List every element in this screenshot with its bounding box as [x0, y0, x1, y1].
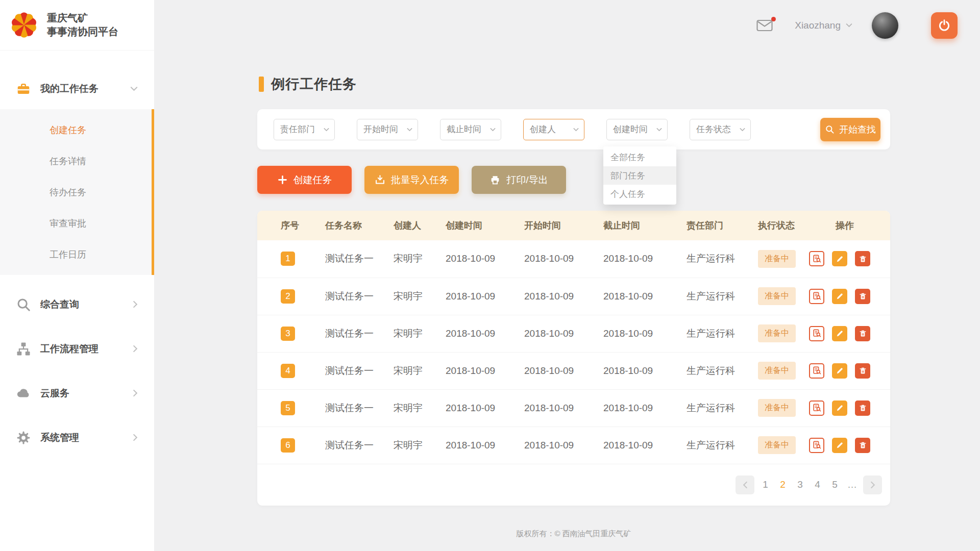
delete-button[interactable] [855, 363, 870, 379]
cell-create-time: 2018-10-09 [446, 278, 524, 315]
status-badge: 准备中 [758, 399, 796, 417]
filter-task-status-select[interactable]: 任务状态 [690, 119, 751, 140]
chevron-down-icon [656, 128, 662, 132]
workflow-icon [15, 341, 32, 357]
chevron-right-icon [870, 481, 875, 489]
cell-create-time: 2018-10-09 [446, 240, 524, 278]
cell-dept: 生产运行科 [687, 278, 758, 315]
status-badge: 准备中 [758, 436, 796, 454]
filter-responsible-dept-select[interactable]: 责任部门 [274, 119, 335, 140]
view-detail-button[interactable] [809, 400, 824, 416]
view-detail-button[interactable] [809, 251, 824, 266]
search-button[interactable]: 开始查找 [820, 118, 880, 141]
brand-title: 重庆气矿 事事清协同平台 [47, 11, 118, 39]
status-badge: 准备中 [758, 362, 796, 380]
filter-label: 开始时间 [363, 123, 398, 135]
sidebar-subitem-work-calendar[interactable]: 工作日历 [0, 239, 152, 270]
row-number-badge: 6 [281, 438, 295, 453]
dropdown-option-personal-tasks[interactable]: 个人任务 [603, 185, 676, 203]
cell-task-name: 测试任务一 [325, 352, 394, 389]
edit-button[interactable] [832, 363, 847, 379]
gear-icon [15, 430, 32, 446]
pagination-page-3[interactable]: 3 [794, 479, 806, 490]
sidebar-item-cloud-services[interactable]: 云服务 [0, 371, 154, 415]
create-task-button[interactable]: 创建任务 [257, 166, 352, 194]
table-row: 2 测试任务一 宋明宇 2018-10-09 2018-10-09 2018-1… [257, 278, 890, 315]
chevron-right-icon [133, 434, 138, 441]
logout-power-button[interactable] [931, 12, 958, 39]
edit-button[interactable] [832, 400, 847, 416]
pagination-page-4[interactable]: 4 [811, 479, 824, 490]
cell-dept: 生产运行科 [687, 240, 758, 278]
cell-end-time: 2018-10-09 [603, 315, 687, 352]
sidebar-subitem-todo-tasks[interactable]: 待办任务 [0, 177, 152, 208]
cell-start-time: 2018-10-09 [524, 389, 603, 427]
pagination-page-1[interactable]: 1 [759, 479, 772, 490]
main-area: Xiaozhang 例行工作任务 责任部门 开始时间 [154, 0, 980, 539]
sidebar-subitem-review-approval[interactable]: 审查审批 [0, 208, 152, 239]
pagination-page-2-active[interactable]: 2 [776, 479, 789, 490]
delete-button[interactable] [855, 438, 870, 453]
sidebar-subitem-create-task[interactable]: 创建任务 [0, 114, 152, 145]
view-detail-button[interactable] [809, 289, 824, 304]
search-button-label: 开始查找 [839, 123, 876, 136]
edit-button[interactable] [832, 251, 847, 266]
cell-dept: 生产运行科 [687, 389, 758, 427]
table-row: 4 测试任务一 宋明宇 2018-10-09 2018-10-09 2018-1… [257, 352, 890, 389]
mail-icon[interactable] [756, 19, 773, 32]
print-export-button[interactable]: 打印/导出 [472, 166, 566, 194]
row-actions [809, 390, 890, 427]
filter-create-time-select[interactable]: 创建时间 [606, 119, 668, 140]
sidebar-item-label: 我的工作任务 [40, 82, 99, 95]
avatar[interactable] [872, 12, 898, 39]
delete-button[interactable] [855, 326, 870, 341]
user-menu-chevron-down-icon[interactable] [846, 23, 852, 28]
pagination-page-5[interactable]: 5 [828, 479, 841, 490]
sidebar-item-system-management[interactable]: 系统管理 [0, 415, 154, 460]
delete-button[interactable] [855, 289, 870, 304]
view-detail-icon [812, 403, 822, 413]
filter-creator-select[interactable]: 创建人 [523, 119, 584, 140]
username[interactable]: Xiaozhang [795, 20, 841, 31]
edit-button[interactable] [832, 289, 847, 304]
cell-task-name: 测试任务一 [325, 315, 394, 352]
view-detail-icon [812, 254, 822, 264]
cell-create-time: 2018-10-09 [446, 389, 524, 427]
col-header-status: 执行状态 [758, 211, 809, 240]
view-detail-button[interactable] [809, 363, 824, 379]
filter-end-time-select[interactable]: 截止时间 [440, 119, 501, 140]
cell-task-name: 测试任务一 [325, 278, 394, 315]
view-detail-button[interactable] [809, 438, 824, 453]
cell-creator: 宋明宇 [394, 352, 446, 389]
cell-end-time: 2018-10-09 [603, 240, 687, 278]
row-actions [809, 240, 890, 278]
edit-icon [836, 329, 844, 338]
sidebar-item-my-tasks[interactable]: 我的工作任务 [0, 68, 154, 109]
delete-button[interactable] [855, 251, 870, 266]
page-title: 例行工作任务 [271, 75, 357, 93]
chevron-down-icon [573, 128, 579, 132]
delete-button[interactable] [855, 400, 870, 416]
sidebar-subitem-task-detail[interactable]: 任务详情 [0, 145, 152, 177]
sidebar-item-label: 云服务 [40, 387, 69, 400]
cell-creator: 宋明宇 [394, 240, 446, 278]
view-detail-button[interactable] [809, 326, 824, 341]
search-icon [15, 296, 32, 313]
edit-icon [836, 404, 844, 412]
brand-title-line2: 事事清协同平台 [47, 25, 118, 39]
edit-button[interactable] [832, 438, 847, 453]
cell-create-time: 2018-10-09 [446, 352, 524, 389]
sidebar-item-workflow-management[interactable]: 工作流程管理 [0, 327, 154, 371]
pagination-next-button[interactable] [863, 475, 882, 494]
dropdown-option-all-tasks[interactable]: 全部任务 [603, 148, 676, 166]
dropdown-option-dept-tasks[interactable]: 部门任务 [603, 166, 676, 185]
batch-import-button[interactable]: 批量导入任务 [364, 166, 459, 194]
sidebar-item-comprehensive-query[interactable]: 综合查询 [0, 282, 154, 327]
filter-start-time-select[interactable]: 开始时间 [357, 119, 418, 140]
edit-icon [836, 366, 844, 375]
edit-button[interactable] [832, 326, 847, 341]
status-badge: 准备中 [758, 250, 796, 268]
power-icon [938, 19, 951, 32]
pagination-prev-button[interactable] [736, 475, 754, 494]
sidebar-other-sections: 综合查询 工作流程管理 [0, 282, 154, 460]
